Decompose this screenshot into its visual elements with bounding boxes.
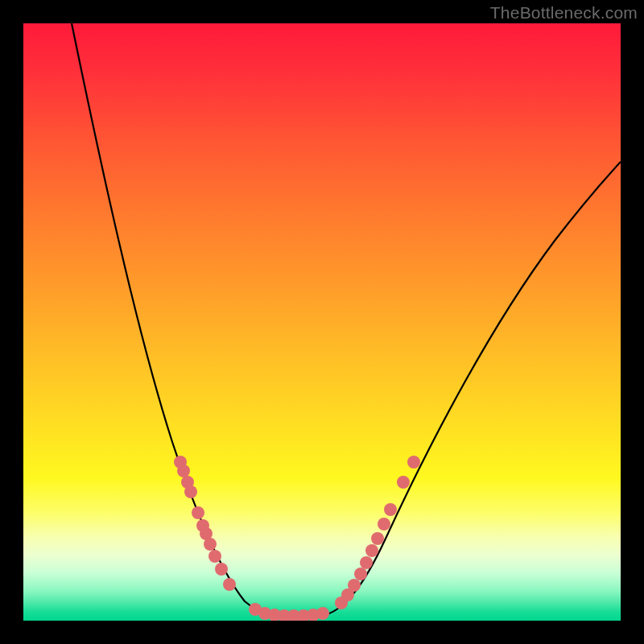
curve-right (297, 162, 621, 616)
data-point (407, 456, 420, 469)
data-point (397, 476, 410, 489)
chart-frame: TheBottleneck.com (0, 0, 644, 644)
data-dots (174, 456, 420, 621)
data-point (378, 518, 390, 530)
data-point (360, 556, 373, 569)
data-point (348, 579, 361, 592)
data-point (177, 464, 190, 477)
data-point (316, 607, 329, 620)
data-point (215, 563, 228, 576)
data-point (184, 485, 197, 498)
chart-svg (23, 23, 621, 621)
data-point (371, 532, 384, 545)
data-point (192, 506, 204, 519)
curve-left (72, 23, 297, 616)
watermark-label: TheBottleneck.com (490, 3, 638, 23)
data-point (208, 550, 221, 563)
data-point (365, 544, 378, 557)
data-point (384, 503, 397, 516)
plot-area (23, 23, 621, 621)
data-point (204, 538, 217, 551)
data-point (354, 568, 367, 580)
data-point (223, 578, 236, 591)
